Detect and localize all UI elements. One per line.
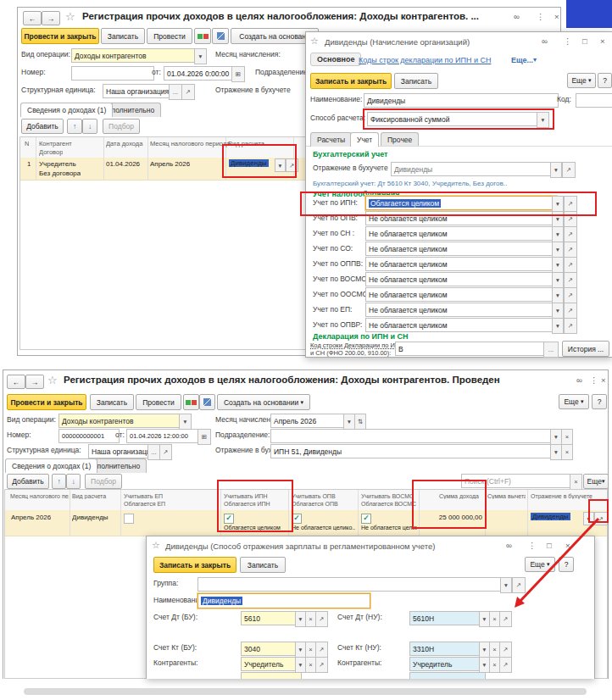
dt-bu-open-icon[interactable]: ↗ xyxy=(315,611,328,627)
add-row-button[interactable]: Добавить xyxy=(21,119,64,134)
favorite-star-icon[interactable]: ☆ xyxy=(47,374,58,386)
save-button[interactable]: Записать xyxy=(101,28,145,44)
reflection-open-icon[interactable]: ↗ xyxy=(562,162,576,178)
tax-row-field[interactable]: Не облагается целиком xyxy=(365,318,557,332)
move-up-button[interactable]: ↑ xyxy=(67,119,82,134)
counterparty-nu-open-icon[interactable]: ↗ xyxy=(499,657,512,673)
dialog-star-icon[interactable]: ☆ xyxy=(310,36,319,47)
kt-bu-field[interactable]: 3040 xyxy=(241,642,302,656)
tax-row-open-icon[interactable]: ↗ xyxy=(564,242,577,258)
accounting-note[interactable]: Бухгалтерский учет: Дт 5610 Кт 3040, Учр… xyxy=(313,180,507,187)
tab-calculations[interactable]: Расчеты xyxy=(310,132,352,147)
post-and-close-button[interactable]: Провести и закрыть xyxy=(21,28,99,44)
tax-row-open-icon[interactable]: ↗ xyxy=(564,287,577,303)
search-input[interactable]: Поиск (Ctrl+F) xyxy=(461,474,574,488)
kt-nu-field[interactable]: 3310Н xyxy=(409,642,486,656)
post-button[interactable]: Провести xyxy=(147,28,192,44)
move-up-button[interactable]: ↑ xyxy=(52,474,66,489)
date-field[interactable]: 01.04.2026 0:00:00 xyxy=(164,66,238,81)
month-spinner-icon[interactable]: ⇅ xyxy=(354,414,366,430)
reflection-field[interactable]: Дивиденды xyxy=(391,162,557,176)
unit-select-dots-button[interactable]: ... xyxy=(147,444,160,460)
tax-row-field-ipn[interactable]: Облагается целиком xyxy=(365,196,557,210)
structural-unit-field[interactable]: Наша организация xyxy=(103,84,175,98)
calc-method-dropdown-icon[interactable]: ▾ xyxy=(537,112,549,128)
nav-more-link[interactable]: Еще... xyxy=(511,56,533,64)
tab-income-info[interactable]: Сведения о доходах (1) xyxy=(20,103,113,117)
unit-open-icon[interactable]: ↗ xyxy=(181,84,195,100)
more-button[interactable]: Еще ▾ xyxy=(559,394,589,409)
tax-row-open-icon[interactable]: ↗ xyxy=(564,272,577,288)
save-button[interactable]: Записать xyxy=(240,557,286,573)
pick-button[interactable]: Подбор xyxy=(103,119,140,134)
kt-bu-open-icon[interactable]: ↗ xyxy=(315,642,328,658)
history-button[interactable]: История ... xyxy=(562,341,609,357)
dialog-get-link-icon[interactable]: ∞ xyxy=(506,541,512,550)
group-field[interactable] xyxy=(198,577,507,592)
get-link-icon[interactable]: ∞ xyxy=(576,375,582,385)
nav-declaration-codes-link[interactable]: Коды строк декларации по ИПН и СН xyxy=(359,56,491,64)
number-field[interactable] xyxy=(71,66,154,81)
tax-row-dropdown-icon[interactable]: ▾ xyxy=(552,196,564,212)
forward-button[interactable]: → xyxy=(25,375,44,389)
tab-income-info[interactable]: Сведения о доходах (1) xyxy=(5,458,97,473)
tax-row-open-icon[interactable]: ↗ xyxy=(564,303,577,319)
vosms-checkbox-checked[interactable]: ✓ xyxy=(361,514,371,524)
table-more-button[interactable]: Еще▾ xyxy=(583,474,609,489)
number-field[interactable]: 000000000001 xyxy=(58,429,120,443)
opv-checkbox-checked[interactable]: ✓ xyxy=(292,514,302,524)
document-postings-icon[interactable] xyxy=(194,28,211,44)
tax-row-dropdown-icon[interactable]: ▾ xyxy=(552,272,564,288)
ipn-checkbox-checked[interactable]: ✓ xyxy=(224,514,234,524)
row-tax-month[interactable]: Апрель 2026 xyxy=(150,160,190,168)
tax-row-dropdown-icon[interactable]: ▾ xyxy=(552,211,564,227)
document-postings-icon[interactable] xyxy=(183,394,199,410)
operation-dropdown-icon[interactable]: ▾ xyxy=(194,48,207,64)
reflection-dropdown-icon[interactable]: ▾ xyxy=(550,162,562,178)
counterparty-bu-open-icon[interactable]: ↗ xyxy=(315,657,328,673)
tax-row-dropdown-icon[interactable]: ▾ xyxy=(552,226,564,242)
calc-type-open-icon[interactable]: ↗ xyxy=(286,158,298,172)
tax-row-field[interactable]: Не облагается целиком xyxy=(365,242,557,256)
post-and-close-button[interactable]: Провести и закрыть xyxy=(7,394,86,410)
related-documents-icon[interactable] xyxy=(199,394,215,410)
structural-unit-field[interactable]: Наша организация xyxy=(88,444,154,458)
dialog-more-menu-icon[interactable]: ⋮ xyxy=(528,541,537,550)
back-button[interactable]: ← xyxy=(7,375,25,389)
month-dropdown-icon[interactable]: ▾ xyxy=(343,414,355,430)
row-income-sum[interactable]: 25 000 000,00 xyxy=(420,514,482,521)
name-field[interactable]: Дивиденды xyxy=(198,593,370,608)
calc-type-dropdown-icon[interactable]: ▾ xyxy=(275,158,286,172)
calc-method-field[interactable]: Фиксированной суммой xyxy=(367,112,543,126)
dt-nu-field[interactable]: 5610Н xyxy=(409,611,486,625)
more-menu-icon[interactable]: ⋮ xyxy=(537,12,545,21)
clipped-nu-field[interactable] xyxy=(409,672,486,679)
nav-more-dropdown-icon[interactable]: ▾ xyxy=(533,56,537,64)
close-icon[interactable]: × xyxy=(601,375,606,385)
dialog-maximize-icon[interactable]: □ xyxy=(582,36,587,46)
tax-row-field[interactable]: Не облагается целиком xyxy=(365,226,557,241)
tab-other[interactable]: Прочее xyxy=(381,132,419,147)
counterparty-nu-field[interactable]: Учредитель xyxy=(409,657,486,671)
name-field[interactable]: Дивиденды xyxy=(364,93,559,108)
group-dropdown-icon[interactable]: ▾ xyxy=(500,577,512,593)
favorite-star-icon[interactable]: ☆ xyxy=(65,10,75,23)
save-and-close-button[interactable]: Записать и закрыть xyxy=(310,73,392,89)
counterparty-bu-field[interactable]: Учредитель xyxy=(241,657,302,671)
calendar-icon[interactable]: ⊞ xyxy=(198,429,211,445)
tax-row-open-icon[interactable]: ↗ xyxy=(564,196,577,212)
reflection-field[interactable]: ИПН 51, Дивиденды xyxy=(270,444,557,458)
division-field[interactable] xyxy=(270,429,557,443)
row-reflection-selected[interactable]: Дивиденды xyxy=(531,513,570,520)
forward-button[interactable]: → xyxy=(42,11,60,25)
tax-row-field[interactable]: Не облагается целиком xyxy=(365,287,557,302)
move-down-button[interactable]: ↓ xyxy=(66,474,81,489)
unit-select-dots-button[interactable]: ... xyxy=(169,84,182,100)
tax-row-field[interactable]: Не облагается целиком xyxy=(365,303,557,317)
tax-row-field[interactable]: Не облагается целиком xyxy=(365,211,557,225)
tab-accounting[interactable]: Учет xyxy=(350,132,379,147)
add-row-button[interactable]: Добавить xyxy=(7,474,49,489)
save-button[interactable]: Записать xyxy=(90,394,134,410)
ep-checkbox-unchecked[interactable] xyxy=(124,514,134,524)
tax-row-dropdown-icon[interactable]: ▾ xyxy=(552,242,564,258)
